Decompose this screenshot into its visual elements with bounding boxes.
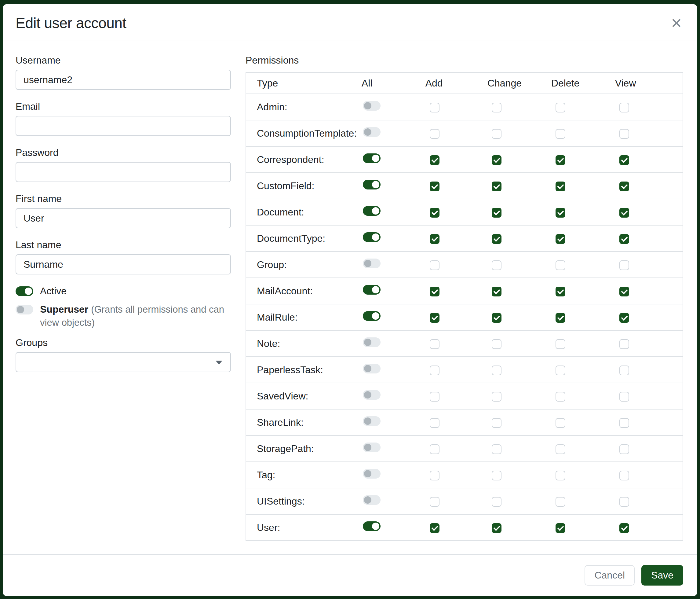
permission-view-checkbox[interactable] — [619, 339, 629, 349]
permission-add-checkbox[interactable] — [430, 523, 440, 533]
permission-all-toggle[interactable] — [363, 127, 380, 137]
permission-change-checkbox[interactable] — [492, 497, 501, 507]
permission-add-checkbox[interactable] — [430, 392, 440, 402]
permission-all-toggle[interactable] — [363, 469, 380, 479]
permission-all-toggle[interactable] — [363, 259, 380, 268]
permission-delete-checkbox[interactable] — [555, 182, 565, 191]
permission-view-checkbox[interactable] — [619, 129, 629, 139]
permission-change-checkbox[interactable] — [492, 365, 501, 375]
permission-view-checkbox[interactable] — [619, 260, 629, 270]
permission-view-checkbox[interactable] — [619, 523, 629, 533]
permission-add-checkbox[interactable] — [430, 260, 440, 270]
password-field[interactable] — [16, 162, 231, 182]
username-input[interactable] — [16, 70, 231, 90]
permission-change-checkbox[interactable] — [492, 103, 501, 113]
permission-change-checkbox[interactable] — [492, 208, 501, 218]
permission-all-toggle[interactable] — [363, 442, 380, 452]
permission-add-cell — [425, 304, 487, 330]
permission-add-checkbox[interactable] — [430, 313, 440, 323]
permission-all-toggle[interactable] — [363, 521, 380, 531]
permission-delete-checkbox[interactable] — [555, 287, 565, 296]
permissions-header-row: Type All Add Change Delete View — [246, 72, 683, 94]
permission-delete-checkbox[interactable] — [555, 365, 565, 375]
permission-view-checkbox[interactable] — [619, 313, 629, 323]
permission-all-toggle[interactable] — [363, 311, 380, 321]
permission-add-checkbox[interactable] — [430, 155, 440, 165]
permission-change-checkbox[interactable] — [492, 129, 501, 139]
permission-add-checkbox[interactable] — [430, 182, 440, 191]
permission-view-checkbox[interactable] — [619, 471, 629, 480]
permission-view-checkbox[interactable] — [619, 234, 629, 244]
permission-change-checkbox[interactable] — [492, 418, 501, 428]
permission-add-checkbox[interactable] — [430, 234, 440, 244]
permission-change-checkbox[interactable] — [492, 392, 501, 402]
permission-change-checkbox[interactable] — [492, 313, 501, 323]
permission-all-toggle[interactable] — [363, 180, 380, 190]
permission-all-toggle[interactable] — [363, 337, 380, 347]
permission-view-checkbox[interactable] — [619, 155, 629, 165]
permission-delete-checkbox[interactable] — [555, 234, 565, 244]
permission-delete-checkbox[interactable] — [555, 392, 565, 402]
permission-view-checkbox[interactable] — [619, 497, 629, 507]
permission-view-checkbox[interactable] — [619, 103, 629, 113]
permission-change-checkbox[interactable] — [492, 445, 501, 454]
permission-change-checkbox[interactable] — [492, 182, 501, 191]
first-name-field[interactable] — [16, 208, 231, 228]
close-icon[interactable]: ✕ — [670, 16, 682, 30]
save-button[interactable]: Save — [641, 565, 683, 585]
permission-delete-checkbox[interactable] — [555, 523, 565, 533]
permission-change-checkbox[interactable] — [492, 339, 501, 349]
permission-delete-checkbox[interactable] — [555, 208, 565, 218]
permission-delete-checkbox[interactable] — [555, 260, 565, 270]
permission-all-toggle[interactable] — [363, 416, 380, 426]
permission-view-checkbox[interactable] — [619, 208, 629, 218]
groups-select[interactable] — [16, 352, 231, 372]
permission-change-checkbox[interactable] — [492, 260, 501, 270]
permission-add-checkbox[interactable] — [430, 129, 440, 139]
permission-add-checkbox[interactable] — [430, 418, 440, 428]
permission-all-toggle[interactable] — [363, 495, 380, 505]
permission-all-toggle[interactable] — [363, 232, 380, 242]
permission-all-toggle[interactable] — [363, 390, 380, 400]
permission-add-checkbox[interactable] — [430, 339, 440, 349]
permission-add-cell — [425, 409, 487, 435]
permission-add-checkbox[interactable] — [430, 208, 440, 218]
permission-delete-checkbox[interactable] — [555, 129, 565, 139]
permission-delete-checkbox[interactable] — [555, 445, 565, 454]
permission-delete-checkbox[interactable] — [555, 418, 565, 428]
permission-view-checkbox[interactable] — [619, 182, 629, 191]
permission-change-checkbox[interactable] — [492, 234, 501, 244]
permission-add-checkbox[interactable] — [430, 365, 440, 375]
permission-view-checkbox[interactable] — [619, 365, 629, 375]
permission-all-toggle[interactable] — [363, 153, 380, 163]
permission-delete-checkbox[interactable] — [555, 155, 565, 165]
permission-add-checkbox[interactable] — [430, 445, 440, 454]
email-field[interactable] — [16, 116, 231, 136]
permission-all-toggle[interactable] — [363, 364, 380, 374]
permission-all-toggle[interactable] — [363, 101, 380, 111]
permission-change-checkbox[interactable] — [492, 471, 501, 480]
permission-view-checkbox[interactable] — [619, 445, 629, 454]
permission-type-label: MailAccount: — [246, 278, 361, 304]
permission-view-checkbox[interactable] — [619, 392, 629, 402]
permission-add-checkbox[interactable] — [430, 497, 440, 507]
permission-delete-checkbox[interactable] — [555, 497, 565, 507]
last-name-field[interactable] — [16, 254, 231, 274]
permission-view-checkbox[interactable] — [619, 287, 629, 296]
permission-delete-checkbox[interactable] — [555, 313, 565, 323]
permission-change-checkbox[interactable] — [492, 523, 501, 533]
superuser-toggle[interactable] — [16, 305, 33, 314]
permission-change-checkbox[interactable] — [492, 287, 501, 296]
permission-add-checkbox[interactable] — [430, 471, 440, 480]
permission-delete-checkbox[interactable] — [555, 103, 565, 113]
cancel-button[interactable]: Cancel — [584, 565, 635, 585]
permission-all-toggle[interactable] — [363, 285, 380, 295]
permission-view-checkbox[interactable] — [619, 418, 629, 428]
permission-delete-checkbox[interactable] — [555, 339, 565, 349]
permission-delete-checkbox[interactable] — [555, 471, 565, 480]
permission-change-checkbox[interactable] — [492, 155, 501, 165]
permission-all-toggle[interactable] — [363, 206, 380, 216]
permission-add-checkbox[interactable] — [430, 103, 440, 113]
active-toggle[interactable] — [16, 286, 33, 296]
permission-add-checkbox[interactable] — [430, 287, 440, 296]
